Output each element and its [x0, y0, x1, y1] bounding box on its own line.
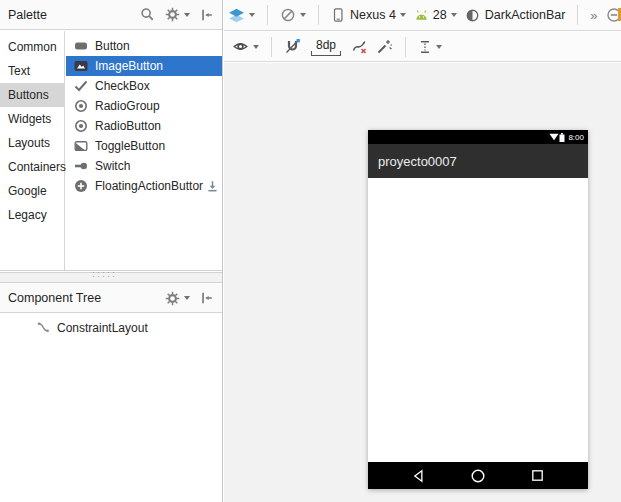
chevron-down-icon: [253, 45, 259, 49]
design-surface-selector[interactable]: [228, 8, 255, 23]
theme-selector[interactable]: DarkActionBar: [465, 8, 566, 23]
palette-item-checkbox[interactable]: CheckBox: [66, 76, 222, 96]
orientation-selector[interactable]: [280, 7, 306, 23]
layers-icon: [228, 8, 245, 23]
hide-panel-icon[interactable]: [200, 291, 214, 305]
preview-app-bar: proyecto0007: [368, 144, 588, 178]
toolbar-overflow-chevron[interactable]: »: [590, 8, 597, 23]
api-level-selector[interactable]: 28: [414, 8, 457, 22]
component-tree-title: Component Tree: [8, 291, 101, 305]
default-margin-selector[interactable]: 8dp: [311, 38, 341, 56]
switch-icon: [73, 158, 89, 174]
panel-splitter[interactable]: ··········: [0, 272, 222, 283]
eye-icon: [232, 39, 249, 54]
search-icon[interactable]: [140, 7, 155, 22]
toggle-button-icon: [73, 138, 89, 154]
clear-constraints-icon: [351, 38, 368, 55]
chevron-down-icon: [436, 45, 442, 49]
palette-item-radiobutton[interactable]: RadioButton: [66, 116, 222, 136]
category-containers[interactable]: Containers: [0, 155, 64, 179]
phone-icon: [331, 7, 345, 23]
android-icon: [414, 9, 429, 22]
checkbox-icon: [73, 78, 89, 94]
status-time: 8:00: [568, 133, 584, 142]
back-icon: [412, 468, 427, 484]
recents-icon: [530, 468, 545, 483]
component-tree-header: Component Tree: [0, 284, 222, 313]
battery-icon: [559, 133, 565, 142]
hide-panel-icon[interactable]: [200, 8, 214, 22]
constraint-layout-icon: [36, 320, 51, 335]
infer-constraints-button[interactable]: [376, 38, 393, 55]
autoconnect-toggle[interactable]: [284, 38, 301, 55]
chevron-down-icon: [451, 13, 457, 17]
chevron-down-icon: [300, 13, 306, 17]
app-title: proyecto0007: [378, 154, 457, 169]
radio-button-icon: [73, 118, 89, 134]
splitter-grip-icon: ··········: [92, 270, 117, 278]
view-options-button[interactable]: [232, 39, 259, 54]
vertical-distribute-icon: [418, 39, 432, 55]
palette-item-imagebutton[interactable]: ImageButton: [66, 56, 222, 76]
tree-item-constraintlayout[interactable]: ConstraintLayout: [0, 320, 222, 335]
radio-group-icon: [73, 98, 89, 114]
palette-title: Palette: [8, 8, 47, 22]
left-panel: Palette Common Text Buttons Widgets Layo…: [0, 0, 223, 502]
fab-icon: [73, 178, 89, 194]
no-rotation-icon: [280, 7, 296, 23]
category-layouts[interactable]: Layouts: [0, 131, 64, 155]
component-tree: ConstraintLayout: [0, 314, 222, 335]
image-button-icon: [73, 58, 89, 74]
category-buttons[interactable]: Buttons: [0, 83, 64, 107]
device-preview[interactable]: 8:00 proyecto0007: [368, 130, 588, 489]
chevron-down-icon: [400, 13, 406, 17]
category-widgets[interactable]: Widgets: [0, 107, 64, 131]
palette-item-button[interactable]: Button: [66, 36, 222, 56]
category-legacy[interactable]: Legacy: [0, 203, 64, 227]
palette-header: Palette: [0, 0, 222, 30]
palette-item-floatingactionbutton[interactable]: FloatingActionButtor: [66, 176, 222, 196]
palette-item-switch[interactable]: Switch: [66, 156, 222, 176]
design-toolbar-main: Nexus 4 28 DarkActionBar »: [224, 0, 621, 31]
home-icon: [470, 468, 486, 484]
button-icon: [73, 38, 89, 54]
category-common[interactable]: Common: [0, 35, 64, 59]
clear-constraints-button[interactable]: [351, 38, 368, 55]
chevron-down-icon: [249, 13, 255, 17]
palette-body: Common Text Buttons Widgets Layouts Cont…: [0, 31, 222, 271]
wifi-icon: [549, 133, 559, 141]
palette-item-list: Button ImageButton CheckBox RadioGroup R…: [66, 31, 222, 270]
palette-categories: Common Text Buttons Widgets Layouts Cont…: [0, 31, 65, 270]
gear-menu-button[interactable]: [165, 291, 190, 306]
preview-status-bar: 8:00: [368, 130, 588, 144]
palette-item-radiogroup[interactable]: RadioGroup: [66, 96, 222, 116]
magic-wand-icon: [376, 38, 393, 55]
palette-item-togglebutton[interactable]: ToggleButton: [66, 136, 222, 156]
design-surface[interactable]: 8:00 proyecto0007: [224, 63, 621, 502]
constraint-toolbar: 8dp: [224, 32, 621, 62]
gear-menu-button[interactable]: [165, 7, 190, 22]
preview-nav-bar: [368, 462, 588, 489]
chevron-down-icon: [184, 296, 190, 300]
download-icon: [206, 180, 219, 193]
chevron-down-icon: [184, 13, 190, 17]
align-menu-button[interactable]: [418, 39, 442, 55]
category-google[interactable]: Google: [0, 179, 64, 203]
magnet-off-icon: [284, 38, 301, 55]
theme-contrast-icon: [465, 8, 480, 23]
device-selector[interactable]: Nexus 4: [331, 7, 406, 23]
category-text[interactable]: Text: [0, 59, 64, 83]
preview-content[interactable]: [368, 178, 588, 462]
